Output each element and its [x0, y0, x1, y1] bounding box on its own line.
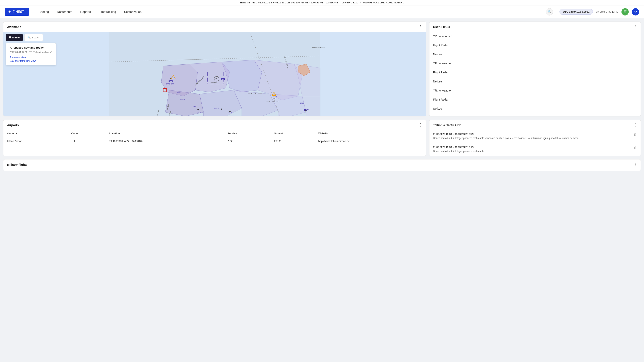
military-section: Military flights ⋮ [0, 159, 644, 174]
svg-rect-0 [624, 10, 626, 11]
airports-table-body: Tallinn AirportTLL59.409831694 24.792830… [4, 137, 426, 145]
tallinn-entry-date: 01.02.2022 13:30 – 01.03.2022 13:29 [433, 146, 474, 149]
utc-label: UTC 13:49 10.09.2021 [563, 10, 590, 13]
sort-icon: ▼ [15, 132, 17, 135]
map-container[interactable]: ! ! ! ! ! ! ▲ ◆ ● [4, 32, 426, 116]
tomorrow-view-link[interactable]: Tomorrow view [10, 56, 52, 59]
col-sunset[interactable]: Sunset [271, 130, 315, 137]
map-svg: ! ! ! ! ! ! ▲ ◆ ● [4, 32, 426, 116]
col-sunrise[interactable]: Sunrise [224, 130, 271, 137]
tallinn-tartu-menu[interactable]: ⋮ [633, 123, 637, 127]
tallinn-tartu-header: Tallinn & Tartu APP ⋮ [430, 120, 640, 130]
svg-text:EFPO-CTR: EFPO-CTR [166, 83, 174, 85]
search-button[interactable]: 🔍 [546, 8, 553, 15]
useful-links-header: Useful links ⋮ [430, 22, 640, 32]
nav-reports[interactable]: Reports [77, 8, 94, 15]
header-right: UTC 13:49 10.09.2021 3h 28m UTC 13:49 AK [560, 8, 639, 15]
metar-bar: EETN METAR M 020550Z ILS RWY26 26 0128 5… [0, 0, 644, 5]
header: ✦ FINEST Briefing Documents Reports Time… [0, 5, 644, 18]
airports-card-header: Airports ⋮ [4, 120, 426, 130]
useful-link-item[interactable]: YR.no weather [430, 86, 640, 95]
useful-link-item[interactable]: Flight Radar [430, 41, 640, 50]
cell-website: http://www.tallinn-airport.ee [315, 137, 426, 145]
airports-title: Airports [7, 123, 19, 127]
day-after-view-link[interactable]: Day after tomorrow view [10, 59, 52, 62]
useful-links-menu[interactable]: ⋮ [633, 24, 637, 29]
delete-button[interactable]: 🗑 [634, 146, 637, 149]
logo[interactable]: ✦ FINEST [5, 8, 29, 16]
menu-icon: ☰ [9, 36, 11, 39]
svg-text:LAHTI: LAHTI [272, 98, 276, 99]
svg-text:EFFO: EFFO [214, 107, 218, 109]
col-code[interactable]: Code [68, 130, 106, 137]
svg-text:!: ! [274, 93, 275, 95]
col-location[interactable]: Location [106, 130, 224, 137]
svg-text:EFRY: EFRY [228, 111, 233, 113]
tallinn-entry: 01.02.2022 13:30 – 01.03.2022 13:29 🗑 Do… [430, 130, 640, 143]
cell-location: 59.409831694 24.792830162 [106, 137, 224, 145]
svg-text:EFMK-TMA-UPPER: EFMK-TMA-UPPER [248, 93, 262, 94]
tallinn-entries-list: 01.02.2022 13:30 – 01.03.2022 13:29 🗑 Do… [430, 130, 640, 156]
svg-point-24 [221, 109, 222, 110]
airports-menu[interactable]: ⋮ [418, 123, 422, 127]
svg-text:EFTP: EFTP [221, 78, 226, 80]
svg-text:✈: ✈ [215, 77, 217, 80]
svg-text:EFSE: EFSE [300, 102, 304, 104]
tallinn-entry-row: 01.02.2022 13:30 – 01.03.2022 13:29 🗑 [433, 133, 637, 136]
tallinn-entry-text: Donec sed odio dui. Integer posuere erat… [433, 136, 637, 140]
useful-link-item[interactable]: YR.no weather [430, 59, 640, 68]
cell-name: Tallinn Airport [4, 137, 68, 145]
tallinn-tartu-card: Tallinn & Tartu APP ⋮ 01.02.2022 13:30 –… [429, 120, 641, 156]
airports-card: Airports ⋮ Name ▼ Code Location Sunrise … [3, 120, 426, 156]
airports-table-head: Name ▼ Code Location Sunrise Sunset Webs… [4, 130, 426, 137]
tallinn-entry-text: Donec sed odio dui. Integer posuere erat… [433, 149, 637, 153]
svg-point-27 [198, 109, 199, 110]
nav-timetracking[interactable]: Timetracking [96, 8, 119, 15]
military-flights-title: Military flights [7, 163, 28, 166]
avatar-green[interactable] [622, 8, 629, 15]
nav-documents[interactable]: Documents [54, 8, 76, 15]
useful-links-card: Useful links ⋮ YR.no weatherFlight Radar… [429, 21, 641, 116]
bottom-row: Airports ⋮ Name ▼ Code Location Sunrise … [0, 120, 644, 159]
menu-label: MENU [12, 36, 20, 39]
popup-subtitle: 2022-04-04 07:21 UTC (Subject to change) [10, 50, 52, 54]
map-search-button[interactable]: 🔍 Search [24, 34, 43, 41]
map-menu-button[interactable]: ☰ MENU [6, 34, 23, 41]
delete-button[interactable]: 🗑 [634, 133, 637, 136]
useful-link-item[interactable]: Neti.ee [430, 104, 640, 113]
nav-briefing[interactable]: Briefing [36, 8, 52, 15]
nav-sectorization[interactable]: Sectorization [121, 8, 145, 15]
svg-text:EFEU: EFEU [180, 98, 185, 100]
useful-link-item[interactable]: Flight Radar [430, 68, 640, 77]
avatar-user[interactable]: AK [632, 8, 639, 15]
search-icon: 🔍 [27, 36, 30, 39]
useful-link-item[interactable]: Neti.ee [430, 77, 640, 86]
metar-text: EETN METAR M 020550Z ILS RWY26 26 0128 5… [240, 1, 404, 4]
tallinn-entry: 01.02.2022 13:30 – 01.03.2022 13:29 🗑 Do… [430, 143, 640, 156]
svg-text:EFPO: EFPO [168, 80, 174, 82]
cell-sunrise: 7:02 [224, 137, 271, 145]
useful-link-item[interactable]: Neti.ee [430, 50, 640, 59]
useful-link-item[interactable]: Flight Radar [430, 95, 640, 104]
svg-text:EFVP: EFVP [192, 105, 196, 107]
cell-code: TLL [68, 137, 106, 145]
useful-link-item[interactable]: YR.no weather [430, 32, 640, 41]
map-menu-bar: ☰ MENU 🔍 Search [6, 34, 43, 41]
airports-table: Name ▼ Code Location Sunrise Sunset Webs… [4, 130, 426, 145]
aviamaps-menu[interactable]: ⋮ [418, 24, 422, 29]
col-website[interactable]: Website [315, 130, 426, 137]
tallinn-entry-date: 01.02.2022 13:30 – 01.03.2022 13:29 [433, 133, 474, 136]
svg-rect-2 [624, 12, 626, 13]
popup-datetime: 2022-04-04 07:21 UTC (Subject to change) [10, 51, 52, 53]
aviamaps-card: Aviamaps ⋮ [3, 21, 426, 116]
svg-text:EFUT: EFUT [304, 109, 308, 111]
svg-text:EFOP: EFOP [198, 111, 202, 113]
military-flights-menu[interactable]: ⋮ [633, 162, 637, 167]
svg-text:25 M AGL: 25 M AGL [210, 81, 218, 83]
aviamaps-title: Aviamaps [7, 25, 21, 28]
col-name[interactable]: Name ▼ [4, 130, 68, 137]
tallinn-entry-row: 01.02.2022 13:30 – 01.03.2022 13:29 🗑 [433, 146, 637, 149]
tallinn-tartu-title: Tallinn & Tartu APP [433, 123, 461, 127]
table-row: Tallinn AirportTLL59.409831694 24.792830… [4, 137, 426, 145]
logo-icon: ✦ [8, 10, 11, 14]
